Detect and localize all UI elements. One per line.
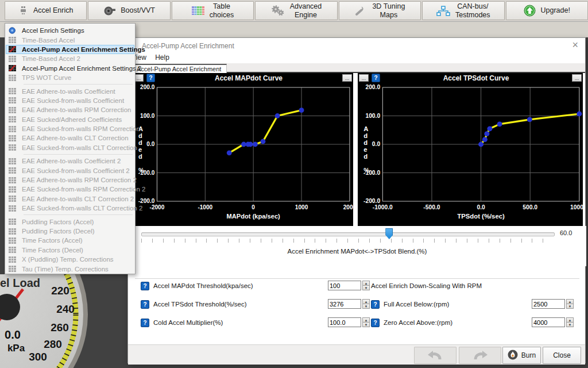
chart-plot-area[interactable]: 200.0100.00.0-100.0-200.0-2000-100001000… bbox=[133, 83, 353, 226]
spinner-down-button[interactable]: ▼ bbox=[566, 323, 574, 327]
spinner-down-button[interactable]: ▼ bbox=[362, 323, 370, 327]
menu-item-label: EAE Adhere-to-walls CLT Correction bbox=[22, 135, 129, 141]
svg-text:100.0: 100.0 bbox=[365, 113, 380, 119]
spinner-up-button[interactable]: ▲ bbox=[566, 317, 574, 323]
field-row-accel-mapdot-threshold-kpa-sec: ?Accel MAPdot Threshold(kpa/sec)▲▼ bbox=[141, 280, 370, 292]
menu-item-label: Tau (Time) Temp. Corrections bbox=[22, 266, 109, 273]
menu-item-x-puddling-temp-corrections[interactable]: X (Puddling) Temp. Corrections bbox=[6, 255, 134, 264]
menu-item-eae-sucked-from-walls-clt-correction[interactable]: EAE Sucked-from-walls CLT Correction bbox=[6, 143, 134, 152]
table-icon bbox=[9, 75, 17, 81]
chart-header: ...?Accel TPSdot Curve... bbox=[358, 73, 583, 83]
spinner: ▲▼ bbox=[362, 281, 370, 290]
toolbar-button-accel-enrich[interactable]: Accel Enrich bbox=[5, 1, 87, 20]
help-icon[interactable]: ? bbox=[372, 74, 380, 82]
toolbar-button-table-choices[interactable]: Table choices bbox=[172, 1, 254, 20]
spinner-down-button[interactable]: ▼ bbox=[362, 286, 370, 290]
menu-separator bbox=[24, 84, 133, 85]
field-input-group: ▲▼ bbox=[532, 299, 574, 309]
menu-item-eae-sucked-from-walls-coefficient-2[interactable]: EAE Sucked-from-walls Coefficient 2 bbox=[6, 166, 134, 175]
menu-item-accel-pump-accel-enrichment-settings[interactable]: Accel-Pump Accel Enrichment Settings bbox=[6, 45, 134, 54]
menu-item-eae-adhere-to-walls-clt-correction-2[interactable]: EAE Adhere-to-walls CLT Correction 2 bbox=[6, 194, 134, 204]
toolbar-button-upgrade[interactable]: Upgrade! bbox=[506, 1, 588, 20]
menu-item-eae-adhere-to-walls-rpm-correction-2[interactable]: EAE Adhere-to-walls RPM Correction 2 bbox=[6, 175, 134, 185]
burn-button[interactable]: Burn bbox=[502, 347, 541, 364]
field-row-zero-accel-above-rpm: ?Zero Accel Above:(rpm)▲▼ bbox=[371, 317, 581, 328]
help-icon[interactable]: ? bbox=[141, 300, 149, 309]
menu-item-eae-sucked-from-walls-rpm-correction[interactable]: EAE Sucked-from-walls RPM Correction bbox=[6, 124, 134, 133]
spinner-up-button[interactable]: ▲ bbox=[362, 299, 370, 304]
menu-item-eae-sucked-from-walls-rpm-correction-2[interactable]: EAE Sucked-from-walls RPM Correction 2 bbox=[6, 185, 134, 194]
undo-button[interactable] bbox=[414, 347, 457, 364]
spinner-up-button[interactable]: ▲ bbox=[362, 281, 370, 286]
menu-item-puddling-factors-decel[interactable]: Puddling Factors (Decel) bbox=[6, 227, 134, 236]
help-icon[interactable]: ? bbox=[371, 319, 380, 327]
menu-item-time-based-accel[interactable]: Time-Based Accel bbox=[6, 35, 134, 44]
close-label: Close bbox=[553, 351, 571, 359]
spinner-up-button[interactable]: ▲ bbox=[566, 299, 574, 304]
menubar-help[interactable]: Help bbox=[152, 53, 173, 62]
svg-text:-1000: -1000 bbox=[198, 204, 212, 210]
menu-separator bbox=[24, 154, 133, 155]
spinner-down-button[interactable]: ▼ bbox=[362, 304, 370, 309]
tab-accel-pump[interactable]: Accel-Pump Accel Enrichment bbox=[131, 64, 227, 74]
slider-ticks bbox=[141, 239, 554, 243]
help-icon[interactable]: ? bbox=[141, 282, 149, 290]
menu-item-accel-pump-accel-enrichment-settings-2[interactable]: Accel-Pump Accel Enrichment Settings 2 bbox=[6, 64, 134, 73]
close-icon[interactable]: × bbox=[572, 39, 578, 51]
spinner-down-button[interactable]: ▼ bbox=[566, 304, 574, 309]
menu-item-eae-sucked-adhered-coefficients[interactable]: EAE Sucked/Adhered Coefficients bbox=[6, 115, 134, 124]
menu-item-eae-sucked-from-walls-clt-correction-2[interactable]: EAE Sucked-from-walls CLT Correction 2 bbox=[6, 204, 134, 213]
dialog-titlebar[interactable]: Accel-Pump Accel Enrichment × bbox=[128, 38, 585, 53]
menu-item-time-factors-accel[interactable]: Time Factors (Accel) bbox=[6, 236, 134, 245]
chart-plot-area[interactable]: 200.0100.00.0-100.0-200.0-1000.0-500.00.… bbox=[358, 83, 583, 226]
toolbar-button-advanced-engine[interactable]: Advanced Engine bbox=[255, 1, 337, 20]
spinner-up-button[interactable]: ▲ bbox=[362, 317, 370, 323]
toolbar-button-boost-vvt[interactable]: Boost/VVT bbox=[88, 1, 170, 20]
toolbar-button-can-bus-testmodes[interactable]: CAN-bus/ Testmodes bbox=[422, 1, 504, 20]
field-input[interactable] bbox=[328, 281, 361, 290]
field-input[interactable] bbox=[328, 299, 361, 309]
help-icon[interactable]: ? bbox=[371, 300, 380, 309]
menu-item-label: EAE Adhere-to-walls RPM Correction 2 bbox=[22, 177, 137, 183]
svg-text:200.0: 200.0 bbox=[365, 85, 380, 91]
slider-handle[interactable] bbox=[385, 228, 393, 239]
menu-item-time-factors-decel[interactable]: Time Factors (Decel) bbox=[6, 246, 134, 255]
gauge-unit: kPa bbox=[7, 343, 25, 354]
gauge-title: el Load bbox=[0, 277, 40, 289]
menu-item-eae-adhere-to-walls-coefficient-2[interactable]: EAE Adhere-to-walls Coefficient 2 bbox=[6, 156, 134, 166]
menu-item-tps-wot-curve[interactable]: TPS WOT Curve bbox=[6, 73, 134, 82]
menu-item-eae-sucked-from-walls-coefficient[interactable]: EAE Sucked-from-walls Coefficient bbox=[6, 96, 134, 105]
svg-text:0.0: 0.0 bbox=[372, 141, 381, 148]
menu-item-label: EAE Sucked-from-walls RPM Correction bbox=[22, 125, 140, 132]
slider-value: 60.0 bbox=[560, 229, 572, 236]
toolbar-button-3d-tuning-maps[interactable]: 3D Tuning Maps bbox=[339, 1, 421, 20]
upgrade-icon bbox=[524, 5, 536, 17]
chart-more-left-button[interactable]: ... bbox=[359, 74, 369, 82]
menu-item-time-based-accel-2[interactable]: Time-Based Accel 2 bbox=[6, 54, 134, 63]
spinner: ▲▼ bbox=[566, 299, 574, 309]
menu-item-eae-adhere-to-walls-rpm-correction[interactable]: EAE Adhere-to-walls RPM Correction bbox=[6, 105, 134, 114]
help-icon[interactable]: ? bbox=[141, 319, 149, 327]
close-button[interactable]: Close bbox=[543, 347, 581, 364]
chart-more-right-button[interactable]: ... bbox=[572, 74, 582, 82]
field-input[interactable] bbox=[532, 317, 565, 327]
menu-item-puddling-factors-accel[interactable]: Puddling Factors (Accel) bbox=[6, 217, 134, 226]
menu-item-accel-enrich-settings[interactable]: Accel Enrich Settings bbox=[6, 26, 134, 35]
table-icon bbox=[9, 218, 17, 225]
menu-item-tau-time-temp-corrections[interactable]: Tau (Time) Temp. Corrections bbox=[6, 264, 134, 273]
slider-track[interactable] bbox=[141, 232, 555, 236]
field-input[interactable] bbox=[532, 299, 565, 309]
fields-right-column: Accel Enrich Down-Scaling With RPM ?Full… bbox=[371, 280, 581, 335]
svg-text:e: e bbox=[363, 146, 367, 153]
chart-more-right-button[interactable]: ... bbox=[342, 74, 352, 82]
field-input[interactable] bbox=[328, 317, 361, 327]
redo-button[interactable] bbox=[459, 347, 501, 364]
help-icon[interactable]: ? bbox=[146, 74, 155, 82]
table-curve-icon bbox=[9, 46, 17, 52]
chart-header: ...?Accel MAPdot Curve... bbox=[133, 73, 353, 83]
gauge-tick-number: 240 bbox=[56, 303, 75, 315]
menu-item-eae-adhere-to-walls-clt-correction[interactable]: EAE Adhere-to-walls CLT Correction bbox=[6, 133, 134, 143]
chart-panel-accel-mapdot-curve: ...?Accel MAPdot Curve...200.0100.00.0-1… bbox=[133, 73, 353, 226]
menu-item-eae-adhere-to-walls-coefficient[interactable]: EAE Adhere-to-walls Coefficient bbox=[6, 86, 134, 95]
svg-text:-200.0: -200.0 bbox=[138, 198, 155, 205]
